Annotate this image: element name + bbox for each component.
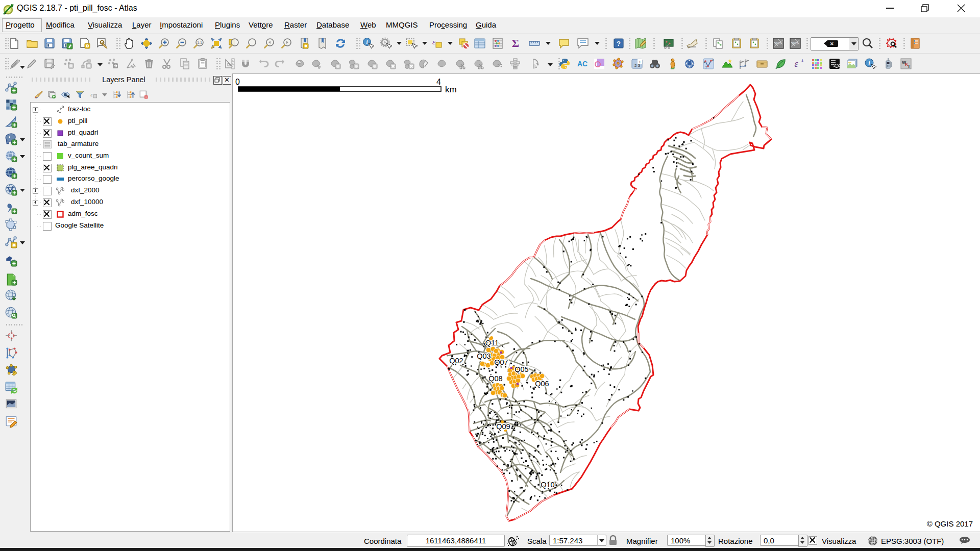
svg-text:Q02: Q02 [449, 357, 463, 365]
svg-text:Q10: Q10 [541, 481, 554, 489]
svg-text:ε: ε [90, 91, 93, 97]
svg-text:Q09: Q09 [496, 422, 510, 431]
svg-text:2 3: 2 3 [634, 63, 641, 68]
svg-text:1:1: 1:1 [197, 41, 202, 44]
svg-text:Q05: Q05 [514, 365, 528, 373]
svg-text:Q08: Q08 [488, 374, 502, 383]
svg-text:ε: ε [794, 59, 798, 69]
svg-text:?: ? [617, 40, 621, 47]
svg-text:ε: ε [432, 38, 435, 46]
svg-text:Q06: Q06 [535, 380, 549, 388]
svg-text:SGS: SGS [775, 42, 782, 45]
svg-text:Q07: Q07 [494, 358, 508, 366]
svg-text:T: T [908, 64, 911, 69]
svg-text:Q11: Q11 [485, 339, 499, 347]
svg-text:+: + [801, 58, 804, 64]
svg-text:Q03: Q03 [477, 352, 491, 360]
svg-text:0: 0 [235, 78, 240, 86]
svg-text:4: 4 [436, 78, 441, 86]
svg-text:1: 1 [704, 60, 705, 63]
svg-text:© QGIS 2017: © QGIS 2017 [927, 519, 973, 528]
svg-text:AC: AC [577, 60, 587, 68]
svg-text:Σ: Σ [512, 37, 519, 49]
svg-text:3: 3 [712, 58, 714, 61]
svg-text:2: 2 [705, 66, 707, 69]
svg-text:SGS: SGS [792, 42, 799, 45]
svg-text:km: km [445, 85, 457, 94]
